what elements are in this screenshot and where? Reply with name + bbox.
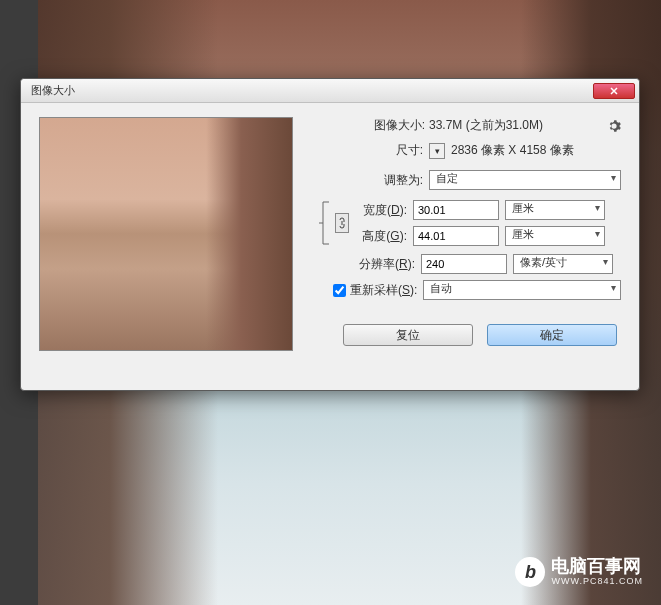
width-unit-select[interactable]: 厘米 bbox=[505, 200, 605, 220]
image-size-value: 33.7M (之前为31.0M) bbox=[429, 117, 607, 134]
watermark-title: 电脑百事网 bbox=[551, 557, 643, 577]
width-label: 宽度(D): bbox=[349, 202, 413, 219]
fit-to-label: 调整为: bbox=[313, 172, 429, 189]
height-input[interactable] bbox=[413, 226, 499, 246]
fit-to-select[interactable]: 自定 bbox=[429, 170, 621, 190]
constrain-proportions-button[interactable] bbox=[335, 213, 349, 233]
resample-checkbox[interactable] bbox=[333, 284, 346, 297]
watermark-logo: b bbox=[515, 557, 545, 587]
resolution-input[interactable] bbox=[421, 254, 507, 274]
height-unit-select[interactable]: 厘米 bbox=[505, 226, 605, 246]
resample-method-select[interactable]: 自动 bbox=[423, 280, 621, 300]
image-size-dialog: 图像大小 图像大小: 33.7M (之前为31.0M) 尺寸: ▾ 2836 像… bbox=[20, 78, 640, 391]
link-icon bbox=[338, 216, 346, 230]
dimensions-label: 尺寸: bbox=[313, 142, 429, 159]
watermark-url: WWW.PC841.COM bbox=[551, 577, 643, 587]
dialog-content: 图像大小: 33.7M (之前为31.0M) 尺寸: ▾ 2836 像素 X 4… bbox=[21, 103, 639, 365]
resample-label: 重新采样(S): bbox=[350, 282, 417, 299]
reset-button[interactable]: 复位 bbox=[343, 324, 473, 346]
close-button[interactable] bbox=[593, 83, 635, 99]
dimensions-value: 2836 像素 X 4158 像素 bbox=[451, 142, 574, 159]
resolution-unit-select[interactable]: 像素/英寸 bbox=[513, 254, 613, 274]
gear-icon[interactable] bbox=[607, 119, 621, 133]
ok-button[interactable]: 确定 bbox=[487, 324, 617, 346]
close-icon bbox=[610, 87, 618, 95]
controls-panel: 图像大小: 33.7M (之前为31.0M) 尺寸: ▾ 2836 像素 X 4… bbox=[313, 117, 621, 351]
resolution-label: 分辨率(R): bbox=[313, 256, 421, 273]
dimensions-unit-toggle[interactable]: ▾ bbox=[429, 143, 445, 159]
dialog-titlebar: 图像大小 bbox=[21, 79, 639, 103]
dialog-title: 图像大小 bbox=[31, 83, 593, 98]
height-label: 高度(G): bbox=[349, 228, 413, 245]
constrain-bracket bbox=[313, 198, 335, 248]
watermark: b 电脑百事网 WWW.PC841.COM bbox=[515, 557, 643, 587]
image-preview[interactable] bbox=[39, 117, 293, 351]
width-input[interactable] bbox=[413, 200, 499, 220]
image-size-label: 图像大小: bbox=[313, 117, 429, 134]
